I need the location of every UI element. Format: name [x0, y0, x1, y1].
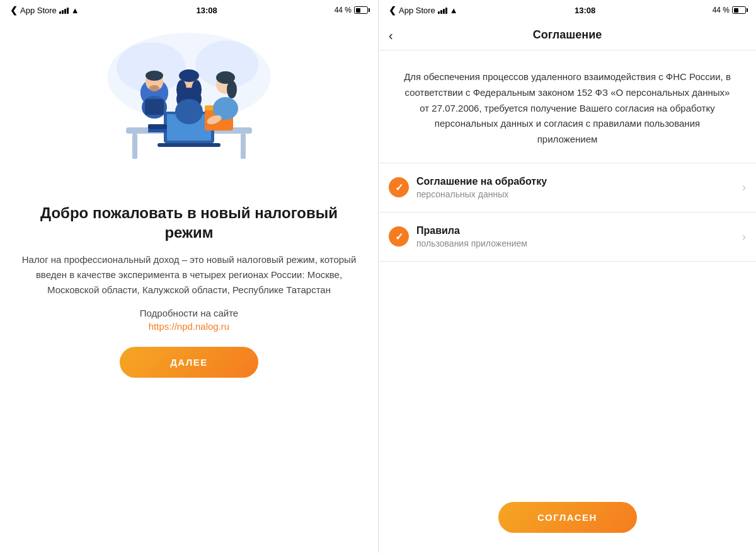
details-label: Подробности на сайте: [140, 308, 238, 318]
agreement-item-1[interactable]: Соглашение на обработку персональных дан…: [379, 163, 756, 212]
battery-icon-2: [732, 6, 746, 14]
item-subtitle-1: персональных данных: [416, 189, 735, 199]
svg-rect-10: [148, 129, 167, 132]
item-text-2: Правила пользования приложением: [416, 225, 735, 248]
item-subtitle-2: пользования приложением: [416, 238, 735, 248]
svg-point-28: [227, 81, 237, 98]
svg-rect-5: [241, 134, 246, 159]
welcome-title: Добро пожаловать в новый налоговый режим: [15, 203, 363, 242]
chevron-right-icon-2: ›: [742, 230, 746, 243]
status-right-1: 44 %: [335, 6, 368, 15]
status-left-2: ❮ App Store ▲: [389, 5, 458, 15]
app-store-label-2: App Store: [399, 6, 435, 15]
back-indicator-1: ❮: [10, 5, 18, 15]
item-text-1: Соглашение на обработку персональных дан…: [416, 176, 735, 199]
svg-rect-8: [158, 143, 220, 147]
welcome-illustration: [88, 26, 290, 190]
screen-1: ❮ App Store ▲ 13:08 44 %: [0, 0, 378, 553]
agree-button[interactable]: СОГЛАСЕН: [498, 502, 637, 533]
svg-point-16: [146, 71, 163, 81]
agreement-intro-text: Для обеспечения процессов удаленного вза…: [379, 50, 756, 163]
svg-point-24: [192, 80, 202, 99]
agreement-items-list: Соглашение на обработку персональных дан…: [379, 163, 756, 487]
wifi-icon-2: ▲: [450, 6, 458, 15]
chevron-right-icon-1: ›: [742, 181, 746, 194]
svg-rect-9: [148, 124, 167, 129]
status-bar-1: ❮ App Store ▲ 13:08 44 %: [0, 0, 378, 20]
svg-point-23: [176, 80, 186, 99]
check-icon-2: [389, 226, 409, 247]
check-icon-1: [389, 177, 409, 197]
welcome-description: Налог на профессиональный доход – это но…: [15, 252, 363, 298]
svg-point-25: [175, 99, 203, 124]
battery-label-1: 44 %: [335, 6, 352, 15]
screen2-nav: ‹ Соглашение: [379, 20, 756, 50]
item-title-2: Правила: [416, 225, 735, 236]
time-1: 13:08: [197, 6, 217, 15]
next-button[interactable]: ДАЛЕЕ: [120, 347, 258, 378]
status-bar-2: ❮ App Store ▲ 13:08 44 %: [379, 0, 756, 20]
svg-rect-4: [132, 134, 137, 159]
illustration-area: [15, 20, 363, 203]
status-left-1: ❮ App Store ▲: [10, 5, 79, 15]
screen-2: ❮ App Store ▲ 13:08 44 % ‹ Сог: [378, 0, 756, 553]
app-store-label-1: App Store: [20, 6, 57, 15]
back-button[interactable]: ‹: [389, 29, 393, 42]
svg-point-21: [179, 69, 199, 82]
screen2-body: Для обеспечения процессов удаленного вза…: [379, 50, 756, 553]
battery-icon-1: [354, 6, 368, 14]
item-title-1: Соглашение на обработку: [416, 176, 735, 187]
status-right-2: 44 %: [713, 6, 746, 15]
agreement-item-2[interactable]: Правила пользования приложением ›: [379, 212, 756, 262]
battery-label-2: 44 %: [713, 6, 730, 15]
svg-rect-19: [145, 99, 164, 115]
nav-title: Соглашение: [533, 28, 602, 42]
back-indicator-2: ❮: [389, 5, 396, 15]
screen1-content: Добро пожаловать в новый налоговый режим…: [0, 20, 378, 553]
signal-bars-2: [438, 6, 447, 14]
signal-bars-1: [59, 6, 69, 14]
time-2: 13:08: [575, 6, 595, 15]
wifi-icon-1: ▲: [71, 6, 79, 15]
svg-point-17: [149, 85, 159, 91]
screen2-footer: СОГЛАСЕН: [379, 487, 756, 553]
details-link[interactable]: https://npd.nalog.ru: [149, 321, 229, 332]
